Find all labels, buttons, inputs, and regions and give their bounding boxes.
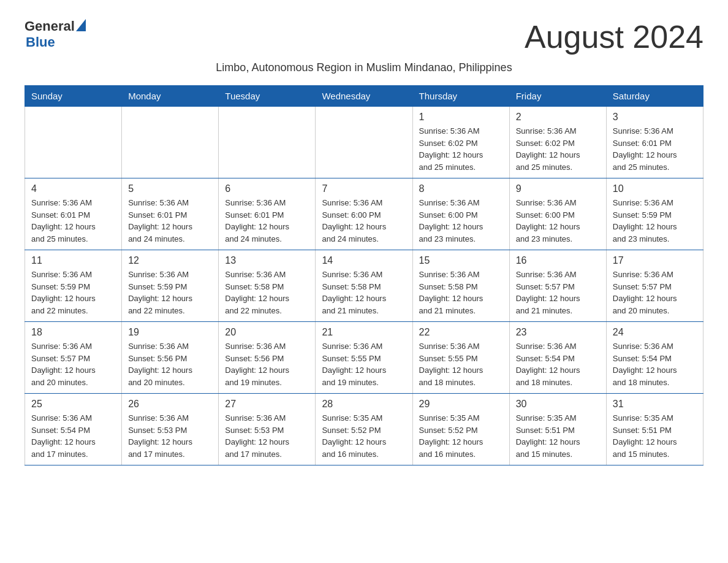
day-of-week-header: Tuesday [219, 86, 316, 107]
calendar-day-cell [25, 107, 122, 178]
day-sun-info: Sunrise: 5:36 AMSunset: 6:01 PMDaylight:… [128, 197, 212, 245]
day-sun-info: Sunrise: 5:36 AMSunset: 5:54 PMDaylight:… [516, 340, 600, 388]
calendar-day-cell [122, 107, 219, 178]
calendar-week-row: 4Sunrise: 5:36 AMSunset: 6:01 PMDaylight… [25, 178, 703, 250]
day-sun-info: Sunrise: 5:36 AMSunset: 5:55 PMDaylight:… [322, 340, 406, 388]
day-sun-info: Sunrise: 5:36 AMSunset: 5:57 PMDaylight:… [613, 269, 697, 316]
day-number: 12 [128, 255, 212, 266]
day-sun-info: Sunrise: 5:36 AMSunset: 5:58 PMDaylight:… [322, 269, 406, 316]
calendar-day-cell: 8Sunrise: 5:36 AMSunset: 6:00 PMDaylight… [412, 178, 509, 250]
day-number: 20 [225, 327, 309, 338]
calendar-day-cell: 4Sunrise: 5:36 AMSunset: 6:01 PMDaylight… [25, 178, 122, 250]
day-sun-info: Sunrise: 5:36 AMSunset: 5:53 PMDaylight:… [225, 412, 309, 460]
calendar-day-cell: 16Sunrise: 5:36 AMSunset: 5:57 PMDayligh… [509, 250, 606, 322]
day-number: 9 [516, 183, 600, 194]
calendar-day-cell: 20Sunrise: 5:36 AMSunset: 5:56 PMDayligh… [219, 322, 316, 394]
day-number: 13 [225, 255, 309, 266]
calendar-day-cell: 3Sunrise: 5:36 AMSunset: 6:01 PMDaylight… [606, 107, 703, 178]
calendar-day-cell: 15Sunrise: 5:36 AMSunset: 5:58 PMDayligh… [412, 250, 509, 322]
day-sun-info: Sunrise: 5:36 AMSunset: 5:54 PMDaylight:… [31, 412, 115, 460]
day-number: 14 [322, 255, 406, 266]
calendar-day-cell: 28Sunrise: 5:35 AMSunset: 5:52 PMDayligh… [316, 394, 412, 465]
calendar-day-cell: 2Sunrise: 5:36 AMSunset: 6:02 PMDaylight… [509, 107, 606, 178]
day-number: 5 [128, 183, 212, 194]
calendar-day-cell: 14Sunrise: 5:36 AMSunset: 5:58 PMDayligh… [316, 250, 412, 322]
day-sun-info: Sunrise: 5:36 AMSunset: 5:59 PMDaylight:… [613, 197, 697, 245]
day-number: 11 [31, 255, 115, 266]
calendar-day-cell: 24Sunrise: 5:36 AMSunset: 5:54 PMDayligh… [606, 322, 703, 394]
calendar-day-cell: 29Sunrise: 5:35 AMSunset: 5:52 PMDayligh… [412, 394, 509, 465]
day-sun-info: Sunrise: 5:36 AMSunset: 6:01 PMDaylight:… [31, 197, 115, 245]
page-header: General Blue August 2024 [25, 18, 703, 55]
calendar-day-cell: 27Sunrise: 5:36 AMSunset: 5:53 PMDayligh… [219, 394, 316, 465]
day-sun-info: Sunrise: 5:35 AMSunset: 5:51 PMDaylight:… [613, 412, 697, 460]
day-number: 6 [225, 183, 309, 194]
calendar-day-cell: 18Sunrise: 5:36 AMSunset: 5:57 PMDayligh… [25, 322, 122, 394]
day-of-week-header: Wednesday [316, 86, 412, 107]
calendar-day-cell: 10Sunrise: 5:36 AMSunset: 5:59 PMDayligh… [606, 178, 703, 250]
day-of-week-header: Friday [509, 86, 606, 107]
logo-blue-text: Blue [26, 34, 55, 50]
logo-general-text: General [25, 18, 75, 34]
logo-arrow-icon [76, 19, 86, 31]
day-sun-info: Sunrise: 5:36 AMSunset: 5:56 PMDaylight:… [225, 340, 309, 388]
day-number: 24 [613, 327, 697, 338]
day-number: 18 [31, 327, 115, 338]
day-sun-info: Sunrise: 5:35 AMSunset: 5:51 PMDaylight:… [516, 412, 600, 460]
day-of-week-header: Monday [122, 86, 219, 107]
day-number: 31 [613, 399, 697, 410]
day-number: 29 [419, 399, 503, 410]
calendar-day-cell: 17Sunrise: 5:36 AMSunset: 5:57 PMDayligh… [606, 250, 703, 322]
calendar-day-cell: 7Sunrise: 5:36 AMSunset: 6:00 PMDaylight… [316, 178, 412, 250]
day-number: 15 [419, 255, 503, 266]
day-number: 1 [419, 112, 503, 123]
day-of-week-header: Sunday [25, 86, 122, 107]
day-sun-info: Sunrise: 5:36 AMSunset: 5:57 PMDaylight:… [31, 340, 115, 388]
day-sun-info: Sunrise: 5:35 AMSunset: 5:52 PMDaylight:… [419, 412, 503, 460]
day-number: 17 [613, 255, 697, 266]
calendar-day-cell: 26Sunrise: 5:36 AMSunset: 5:53 PMDayligh… [122, 394, 219, 465]
calendar-day-cell: 9Sunrise: 5:36 AMSunset: 6:00 PMDaylight… [509, 178, 606, 250]
calendar-day-cell: 5Sunrise: 5:36 AMSunset: 6:01 PMDaylight… [122, 178, 219, 250]
day-number: 19 [128, 327, 212, 338]
day-sun-info: Sunrise: 5:36 AMSunset: 5:53 PMDaylight:… [128, 412, 212, 460]
calendar-day-cell: 31Sunrise: 5:35 AMSunset: 5:51 PMDayligh… [606, 394, 703, 465]
calendar-day-cell: 1Sunrise: 5:36 AMSunset: 6:02 PMDaylight… [412, 107, 509, 178]
calendar-table: SundayMondayTuesdayWednesdayThursdayFrid… [25, 85, 703, 465]
calendar-day-cell [219, 107, 316, 178]
calendar-day-cell: 13Sunrise: 5:36 AMSunset: 5:58 PMDayligh… [219, 250, 316, 322]
day-sun-info: Sunrise: 5:36 AMSunset: 6:00 PMDaylight:… [419, 197, 503, 245]
day-number: 8 [419, 183, 503, 194]
day-sun-info: Sunrise: 5:36 AMSunset: 6:02 PMDaylight:… [419, 125, 503, 173]
calendar-day-cell: 23Sunrise: 5:36 AMSunset: 5:54 PMDayligh… [509, 322, 606, 394]
calendar-day-cell: 30Sunrise: 5:35 AMSunset: 5:51 PMDayligh… [509, 394, 606, 465]
day-of-week-header: Thursday [412, 86, 509, 107]
day-number: 21 [322, 327, 406, 338]
day-number: 4 [31, 183, 115, 194]
calendar-day-cell [316, 107, 412, 178]
calendar-day-cell: 12Sunrise: 5:36 AMSunset: 5:59 PMDayligh… [122, 250, 219, 322]
calendar-day-cell: 19Sunrise: 5:36 AMSunset: 5:56 PMDayligh… [122, 322, 219, 394]
day-sun-info: Sunrise: 5:36 AMSunset: 6:02 PMDaylight:… [516, 125, 600, 173]
calendar-week-row: 18Sunrise: 5:36 AMSunset: 5:57 PMDayligh… [25, 322, 703, 394]
calendar-day-cell: 22Sunrise: 5:36 AMSunset: 5:55 PMDayligh… [412, 322, 509, 394]
day-number: 2 [516, 112, 600, 123]
day-number: 23 [516, 327, 600, 338]
calendar-day-cell: 6Sunrise: 5:36 AMSunset: 6:01 PMDaylight… [219, 178, 316, 250]
day-sun-info: Sunrise: 5:36 AMSunset: 6:01 PMDaylight:… [613, 125, 697, 173]
day-number: 28 [322, 399, 406, 410]
calendar-header-row: SundayMondayTuesdayWednesdayThursdayFrid… [25, 86, 703, 107]
calendar-week-row: 1Sunrise: 5:36 AMSunset: 6:02 PMDaylight… [25, 107, 703, 178]
day-sun-info: Sunrise: 5:36 AMSunset: 6:01 PMDaylight:… [225, 197, 309, 245]
day-of-week-header: Saturday [606, 86, 703, 107]
day-sun-info: Sunrise: 5:36 AMSunset: 6:00 PMDaylight:… [516, 197, 600, 245]
day-number: 26 [128, 399, 212, 410]
day-number: 22 [419, 327, 503, 338]
day-sun-info: Sunrise: 5:36 AMSunset: 5:57 PMDaylight:… [516, 269, 600, 316]
calendar-day-cell: 25Sunrise: 5:36 AMSunset: 5:54 PMDayligh… [25, 394, 122, 465]
day-sun-info: Sunrise: 5:36 AMSunset: 5:58 PMDaylight:… [419, 269, 503, 316]
day-sun-info: Sunrise: 5:35 AMSunset: 5:52 PMDaylight:… [322, 412, 406, 460]
calendar-week-row: 25Sunrise: 5:36 AMSunset: 5:54 PMDayligh… [25, 394, 703, 465]
calendar-week-row: 11Sunrise: 5:36 AMSunset: 5:59 PMDayligh… [25, 250, 703, 322]
calendar-subtitle: Limbo, Autonomous Region in Muslim Minda… [25, 61, 703, 74]
